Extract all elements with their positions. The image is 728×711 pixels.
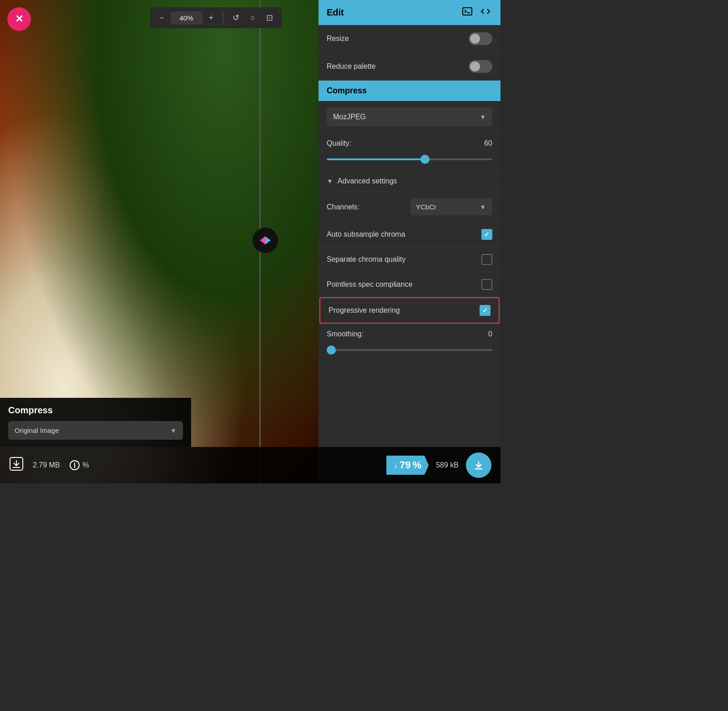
smoothing-header: Smoothing: 0 xyxy=(327,330,492,338)
progressive-rendering-row: Progressive rendering ✓ xyxy=(319,297,500,324)
close-button[interactable]: ✕ xyxy=(7,7,31,31)
svg-rect-0 xyxy=(463,8,472,15)
arrow-right-icon xyxy=(265,236,271,244)
advanced-settings-header[interactable]: ▼ Advanced settings xyxy=(318,171,500,192)
arrows-icon-button[interactable] xyxy=(479,6,492,19)
smoothing-slider[interactable] xyxy=(327,349,492,351)
circle-icon: ○ xyxy=(250,13,255,23)
rotate-icon: ↺ xyxy=(233,13,239,23)
codec-select[interactable]: MozJPEG WebP AVIF JPEG XL xyxy=(327,107,492,126)
zoom-decrease-button[interactable]: − xyxy=(155,10,169,25)
zoom-increase-button[interactable]: + xyxy=(204,10,218,25)
savings-value: 79 xyxy=(399,459,410,471)
smoothing-value: 0 xyxy=(488,330,492,338)
edit-title: Edit xyxy=(327,7,344,18)
savings-badge: ↓ 79 % xyxy=(386,456,429,475)
progressive-rendering-label: Progressive rendering xyxy=(329,306,400,315)
checkmark-icon: ✓ xyxy=(484,231,490,238)
reduce-palette-row: Reduce palette xyxy=(318,53,500,81)
auto-subsample-checkbox[interactable]: ✓ xyxy=(481,229,492,240)
separate-chroma-row: Separate chroma quality xyxy=(318,247,500,272)
download-icon-button[interactable] xyxy=(9,457,24,474)
savings-arrow-icon: ↓ xyxy=(394,461,398,470)
smoothing-row: Smoothing: 0 xyxy=(318,324,500,361)
pointless-spec-label: Pointless spec compliance xyxy=(327,280,413,289)
compress-select-wrapper: Original Image Compressed ▼ xyxy=(8,421,183,440)
circle-button[interactable]: ○ xyxy=(246,10,260,25)
progressive-rendering-checkbox[interactable]: ✓ xyxy=(480,305,490,316)
bottom-bar-left: 2.79 MB % xyxy=(0,447,318,483)
pointless-spec-checkbox[interactable] xyxy=(481,279,492,290)
progressive-checkmark-icon: ✓ xyxy=(482,307,488,314)
quality-value: 60 xyxy=(484,139,492,147)
resize-row: Resize xyxy=(318,25,500,53)
percent-value: % xyxy=(83,461,89,469)
percent-display: % xyxy=(69,460,89,471)
separate-chroma-label: Separate chroma quality xyxy=(327,255,405,264)
resize-label: Resize xyxy=(327,35,349,43)
channels-label: Channels: xyxy=(327,203,359,211)
minus-icon: − xyxy=(159,13,164,23)
quality-slider[interactable] xyxy=(327,158,492,160)
codec-row: MozJPEG WebP AVIF JPEG XL ▼ xyxy=(318,101,500,133)
reduce-palette-toggle[interactable] xyxy=(469,60,492,73)
download-button[interactable] xyxy=(466,452,491,478)
savings-unit: % xyxy=(413,459,422,471)
percent-icon xyxy=(69,460,80,471)
zoom-display: 40% xyxy=(171,11,202,25)
toolbar-divider xyxy=(222,11,223,25)
quality-label: Quality: xyxy=(327,139,351,147)
terminal-icon-button[interactable] xyxy=(460,6,474,19)
zoom-unit: % xyxy=(187,14,193,22)
channels-select[interactable]: YCbCr RGB Grayscale xyxy=(410,198,492,215)
original-file-size: 2.79 MB xyxy=(33,461,60,469)
edit-header: Edit xyxy=(318,0,500,25)
compress-bottom-title: Compress xyxy=(8,405,183,416)
zoom-value: 40 xyxy=(180,14,187,22)
zoom-toolbar: − 40% + ↺ ○ ⊡ xyxy=(150,7,282,28)
close-icon: ✕ xyxy=(15,13,23,25)
advanced-chevron-icon: ▼ xyxy=(327,178,333,185)
plus-icon: + xyxy=(209,13,214,23)
codec-select-wrapper: MozJPEG WebP AVIF JPEG XL ▼ xyxy=(327,107,492,126)
compress-title: Compress xyxy=(327,86,367,95)
quality-header: Quality: 60 xyxy=(327,139,492,147)
advanced-settings-label: Advanced settings xyxy=(338,177,397,185)
edit-header-icons xyxy=(460,6,492,19)
smoothing-slider-container xyxy=(327,342,492,358)
quality-row: Quality: 60 xyxy=(318,133,500,171)
auto-subsample-row: Auto subsample chroma ✓ xyxy=(318,222,500,247)
quality-slider-container xyxy=(327,151,492,168)
compressed-file-size: 589 kB xyxy=(436,461,459,469)
split-arrows xyxy=(260,236,271,244)
compress-section-header: Compress xyxy=(318,81,500,101)
pointless-spec-row: Pointless spec compliance xyxy=(318,272,500,297)
rotate-button[interactable]: ↺ xyxy=(228,10,244,25)
grid-icon: ⊡ xyxy=(266,13,273,23)
channels-row: Channels: YCbCr RGB Grayscale ▼ xyxy=(318,192,500,222)
grid-button[interactable]: ⊡ xyxy=(262,10,278,25)
compress-bottom-section: Compress Original Image Compressed ▼ xyxy=(0,398,191,447)
reduce-palette-label: Reduce palette xyxy=(327,62,376,71)
auto-subsample-label: Auto subsample chroma xyxy=(327,230,405,239)
edit-panel: Edit Resize Reduce palette Compress xyxy=(318,0,500,483)
smoothing-label: Smoothing: xyxy=(327,330,364,338)
split-handle-button[interactable] xyxy=(253,228,278,253)
arrow-left-icon xyxy=(260,236,265,244)
bottom-bar-right: ↓ 79 % 589 kB xyxy=(318,447,500,483)
separate-chroma-checkbox[interactable] xyxy=(481,254,492,265)
channels-select-wrapper: YCbCr RGB Grayscale ▼ xyxy=(410,198,492,215)
resize-toggle[interactable] xyxy=(469,32,492,45)
compress-view-select[interactable]: Original Image Compressed xyxy=(8,421,183,440)
